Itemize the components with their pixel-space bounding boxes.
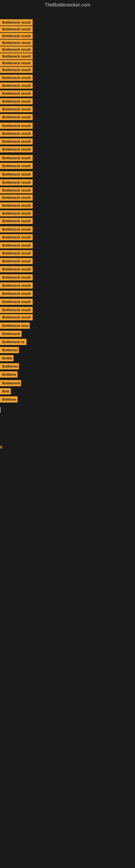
bottleneck-badge[interactable]: Bottleneck result [0, 90, 33, 97]
bottleneck-item: Bottleneck result [0, 226, 33, 234]
bottleneck-item: Bottlenec [0, 347, 19, 354]
bottleneck-item: Bottleneck [0, 331, 21, 338]
bottleneck-item: Bottleneck result [0, 250, 33, 257]
bottleneck-badge[interactable]: Bottleneck [0, 331, 21, 337]
bottleneck-badge[interactable]: Bottleneck result [0, 130, 33, 137]
bottleneck-item: Bottleneck result [0, 290, 33, 298]
bottleneck-item: Bottlenec [0, 363, 19, 371]
bottleneck-item: Bottleneck result [0, 274, 33, 282]
bottleneck-badge[interactable]: Bottleneck result [0, 242, 33, 248]
bottleneck-badge[interactable]: Bottleneck re [0, 339, 27, 345]
bottleneck-badge[interactable]: Bottleneck result [0, 203, 33, 209]
bottleneck-item: Bott [0, 388, 11, 396]
bottleneck-item: Bottleneck result [0, 299, 33, 306]
bottleneck-badge[interactable]: Bottleneck result [0, 53, 33, 59]
bottleneck-item: Bottleneck result [0, 40, 33, 47]
bottleneck-badge[interactable]: Bottleneck result [0, 282, 33, 289]
bottleneck-badge[interactable]: Bottleneck result [0, 314, 33, 320]
bottleneck-item: Bottleneck result [0, 114, 33, 121]
bottleneck-badge[interactable]: Bottleneck result [0, 266, 33, 272]
bottleneck-item: Bottleneck result [0, 258, 33, 265]
bottleneck-container: Bottleneck resultBottleneck resultBottle… [0, 11, 135, 868]
bottleneck-badge[interactable]: Bottlenec [0, 347, 19, 353]
bottleneck-badge[interactable]: Bottleneck result [0, 138, 33, 145]
bottleneck-badge[interactable]: Bottleneck result [0, 171, 33, 177]
bottleneck-item: Bottleneck result [0, 67, 33, 74]
bottleneck-badge[interactable]: Bottleneck result [0, 146, 33, 152]
bottleneck-item: Bottleneck result [0, 74, 33, 82]
bottleneck-badge[interactable]: Bottleneck result [0, 46, 33, 53]
bottleneck-item: Bottleneck result [0, 19, 33, 27]
bottleneck-item: Bottleneck result [0, 83, 33, 90]
bottleneck-item: Bottlene [0, 371, 17, 379]
bottleneck-item: Bottleneck result [0, 106, 33, 113]
bottleneck-item: Bottleneck [0, 380, 21, 388]
bottleneck-item: Bottleneck result [0, 53, 33, 61]
bottleneck-badge[interactable]: Bottleneck result [0, 163, 33, 169]
bottleneck-item: Bottleneck result [0, 234, 33, 241]
bottleneck-badge[interactable]: Bottleneck result [0, 290, 33, 297]
bottleneck-item: Bottleneck result [0, 163, 33, 170]
bottleneck-badge[interactable]: Bottleneck result [0, 250, 33, 256]
bottleneck-item: Bottleneck re [0, 339, 27, 346]
bottleneck-item: Bottleneck result [0, 194, 33, 202]
bottleneck-item: Bottleneck resu [0, 322, 30, 330]
bottleneck-badge[interactable]: Bottleneck result [0, 187, 33, 193]
bottleneck-badge[interactable]: Bottlene [0, 371, 17, 378]
bottleneck-item: Bottleneck result [0, 171, 33, 179]
bottleneck-item: Bottleneck result [0, 138, 33, 146]
bottleneck-item: Bottleneck result [0, 242, 33, 250]
bottleneck-item: Bottleneck result [0, 90, 33, 98]
bottleneck-badge[interactable]: Bottleneck result [0, 83, 33, 89]
bottleneck-item: Bottleneck result [0, 146, 33, 154]
bottleneck-badge[interactable]: Bottlene [0, 396, 17, 403]
bottleneck-item: Bottleneck result [0, 203, 33, 210]
bottleneck-badge[interactable]: Bottleneck result [0, 60, 33, 66]
bottleneck-item: Bottleneck result [0, 155, 33, 162]
bottleneck-badge[interactable]: Bottleneck result [0, 123, 33, 129]
bottleneck-item: Bottleneck result [0, 314, 33, 321]
bottleneck-badge[interactable]: Bottleneck result [0, 106, 33, 112]
bottleneck-item: Bottle [0, 355, 13, 362]
bottleneck-badge[interactable]: Bottleneck resu [0, 322, 30, 329]
bottleneck-badge[interactable]: Bottleneck result [0, 155, 33, 161]
bottleneck-badge[interactable]: Bottleneck result [0, 19, 33, 26]
bottleneck-badge[interactable]: Bottleneck result [0, 234, 33, 240]
bottleneck-badge[interactable]: Bottlenec [0, 363, 19, 369]
bottleneck-item: Bottleneck result [0, 123, 33, 130]
bottleneck-badge[interactable]: Bottleneck result [0, 74, 33, 81]
bottleneck-badge[interactable]: Bottleneck result [0, 299, 33, 305]
bottleneck-badge[interactable]: Bottleneck result [0, 258, 33, 264]
site-header: TheBottlenecker.com [0, 0, 135, 11]
bottleneck-item: Bottleneck result [0, 46, 33, 54]
bottleneck-badge[interactable]: Bottleneck result [0, 218, 33, 224]
bottleneck-badge[interactable]: Bottleneck result [0, 33, 33, 39]
bottleneck-item: Bottleneck result [0, 266, 33, 273]
bottleneck-item: Bottleneck result [0, 33, 33, 40]
bottleneck-badge[interactable]: Bottleneck result [0, 26, 33, 32]
bottleneck-item: Bottleneck result [0, 218, 33, 225]
bottleneck-badge[interactable]: Bottleneck [0, 380, 21, 386]
bottleneck-badge[interactable]: Bottleneck result [0, 114, 33, 120]
bottleneck-badge[interactable]: Bott [0, 388, 11, 394]
bottleneck-item: Bottleneck result [0, 60, 33, 67]
bottleneck-badge[interactable]: Bottleneck result [0, 210, 33, 216]
bottleneck-badge[interactable]: Bottleneck result [0, 226, 33, 232]
bottleneck-badge[interactable]: Bottle [0, 355, 13, 361]
bottleneck-badge[interactable]: Bottleneck result [0, 274, 33, 280]
text-cursor [0, 407, 1, 412]
bottleneck-item: Bottleneck result [0, 98, 33, 105]
bottleneck-item: Bottleneck result [0, 282, 33, 290]
bottleneck-badge[interactable]: Bottleneck result [0, 98, 33, 104]
bottleneck-item: Bottlene [0, 396, 17, 404]
bottleneck-badge[interactable]: Bottleneck result [0, 307, 33, 313]
bottleneck-item: Bottleneck result [0, 130, 33, 138]
bottleneck-badge[interactable]: Bottleneck result [0, 67, 33, 73]
bottleneck-item: Bottleneck result [0, 179, 33, 187]
bottleneck-badge[interactable]: Bottleneck result [0, 40, 33, 46]
bottleneck-badge[interactable]: Bottleneck result [0, 179, 33, 186]
bottleneck-badge[interactable]: Bottleneck result [0, 194, 33, 201]
bottleneck-item: Bottleneck result [0, 187, 33, 194]
bottleneck-item: Bottleneck result [0, 307, 33, 314]
site-title: TheBottlenecker.com [45, 2, 90, 8]
